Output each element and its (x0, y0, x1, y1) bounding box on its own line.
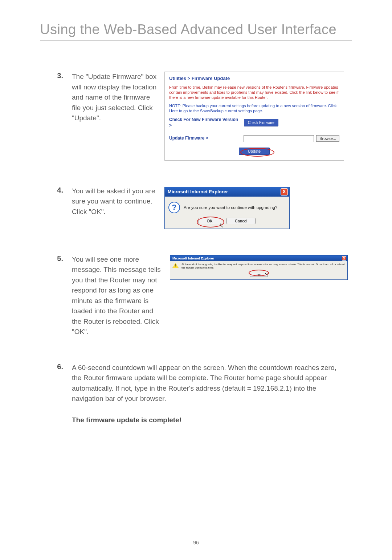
check-firmware-button[interactable]: Check Firmware (244, 119, 278, 126)
ie-warning-dialog: Microsoft Internet Explorer X At the end… (170, 255, 348, 280)
ok-button[interactable]: OK (199, 218, 221, 224)
cursor-icon: ↖ (219, 223, 224, 229)
dialog-titlebar: Microsoft Internet Explorer X (170, 255, 347, 261)
panel-note-text: NOTE: Please backup your current setting… (169, 103, 339, 114)
close-icon[interactable]: X (281, 188, 288, 196)
update-button[interactable]: Update (239, 148, 270, 155)
dialog-title: Microsoft Internet Explorer (172, 257, 214, 260)
dialog-message: At the end of the upgrade, the Router ma… (181, 263, 345, 269)
step-3: 3. The "Update Firmware" box will now di… (54, 72, 352, 161)
close-icon[interactable]: X (342, 256, 346, 261)
step-text: The "Update Firmware" box will now displ… (72, 72, 157, 124)
check-firmware-label: Check For New Firmware Version > (169, 117, 242, 128)
step-5: 5. You will see one more message. This m… (54, 254, 352, 337)
step-text: You will see one more message. This mess… (72, 254, 163, 337)
step-number: 6. (54, 363, 63, 371)
completion-message: The firmware update is complete! (72, 415, 348, 426)
update-firmware-label: Update Firmware > (169, 136, 241, 141)
page-number: 96 (193, 540, 199, 545)
step-text: A 60-second countdown will appear on the… (72, 363, 348, 426)
step-4: 4. You will be asked if you are sure you… (54, 186, 352, 229)
dialog-titlebar: Microsoft Internet Explorer X (165, 187, 289, 197)
step-number: 5. (54, 254, 63, 263)
step-text: You will be asked if you are sure you wa… (72, 186, 157, 217)
firmware-file-input[interactable] (244, 135, 314, 142)
step-number: 3. (54, 72, 63, 80)
dialog-title: Microsoft Internet Explorer (168, 189, 228, 194)
warning-icon (172, 263, 179, 268)
cursor-icon: ↖ (265, 272, 268, 276)
steps-list: 3. The "Update Firmware" box will now di… (40, 72, 352, 425)
question-icon: ? (168, 202, 180, 213)
step-6: 6. A 60-second countdown will appear on … (54, 363, 352, 426)
dialog-message: Are you sure you want to continue with u… (184, 205, 277, 210)
ie-confirm-dialog: Microsoft Internet Explorer X ? Are you … (164, 187, 290, 229)
firmware-update-panel: Utilities > Firmware Update From time to… (164, 72, 344, 161)
browse-button[interactable]: Browse... (316, 135, 339, 142)
panel-intro-text: From time to time, Belkin may release ne… (169, 85, 339, 100)
panel-breadcrumb: Utilities > Firmware Update (169, 76, 339, 82)
cancel-button[interactable]: Cancel (226, 218, 256, 224)
page-title: Using the Web-Based Advanced User Interf… (40, 22, 352, 41)
step-number: 4. (54, 186, 63, 194)
